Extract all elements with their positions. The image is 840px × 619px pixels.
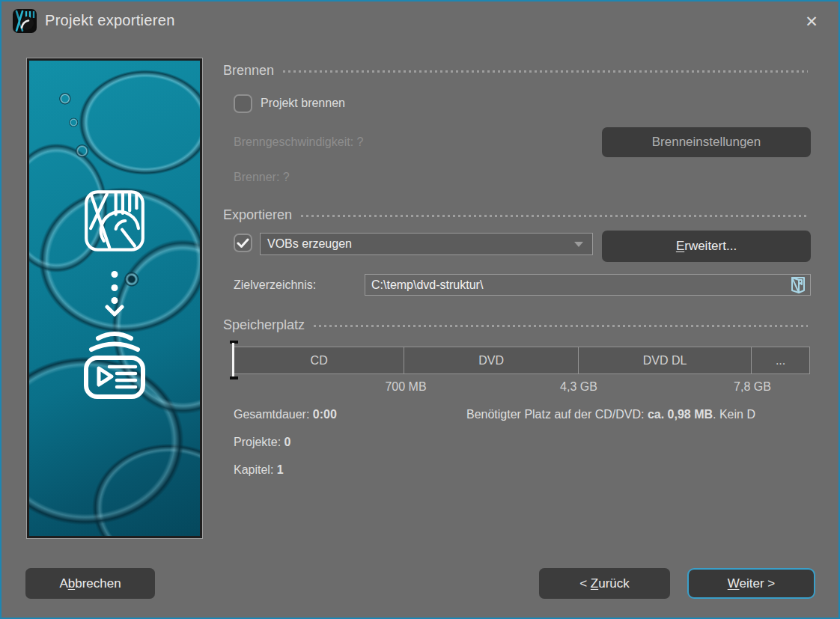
chevron-down-icon <box>105 305 124 317</box>
capacity-value-dvddl: 7,8 GB <box>734 380 771 394</box>
cancel-button[interactable]: Abbrechen <box>25 568 155 599</box>
total-duration-value: 0:00 <box>313 408 337 421</box>
app-logo-outline-icon <box>83 189 146 253</box>
section-title: Speicherplatz <box>223 317 305 333</box>
capacity-segment-cd: CD <box>234 347 404 373</box>
target-directory-field <box>365 274 811 296</box>
total-duration: Gesamtdauer: 0:00 <box>234 408 337 421</box>
burn-settings-button[interactable]: Brenneinstellungen <box>602 127 811 157</box>
capacity-segment-dvd: DVD <box>404 347 579 373</box>
projects-count: Projekte: 0 <box>234 436 291 449</box>
check-icon <box>237 238 249 248</box>
app-logo-icon <box>12 8 37 34</box>
capacity-value-dvd: 4,3 GB <box>560 380 597 394</box>
usage-position-marker <box>230 341 239 379</box>
dotted-separator <box>301 215 808 217</box>
close-icon[interactable]: ✕ <box>800 10 824 34</box>
chapters-count: Kapitel: 1 <box>234 463 284 477</box>
next-button[interactable]: Weiter > <box>687 568 815 599</box>
export-format-value: VOBs erzeugen <box>261 237 574 251</box>
target-directory-label: Zielverzeichnis: <box>234 278 316 292</box>
section-header-speicherplatz: Speicherplatz <box>223 317 808 333</box>
capacity-segment-more: ... <box>752 347 809 373</box>
export-project-dialog: Projekt exportieren ✕ <box>0 0 840 619</box>
project-preview-panel <box>26 58 203 539</box>
capacity-value-cd: 700 MB <box>385 380 426 394</box>
export-format-dropdown[interactable]: VOBs erzeugen <box>260 233 593 255</box>
flow-dot-icon <box>112 297 118 304</box>
required-space-value: ca. 0,98 MB <box>648 408 713 421</box>
target-directory-input[interactable] <box>365 275 789 295</box>
burn-project-checkbox[interactable] <box>234 94 252 113</box>
section-header-brennen: Brennen <box>223 62 808 79</box>
capacity-segment-dvddl: DVD DL <box>579 347 752 373</box>
section-title: Brennen <box>223 63 274 79</box>
burner-label: Brenner: ? <box>234 171 290 184</box>
advanced-button[interactable]: Erweitert... <box>602 231 811 262</box>
dialog-title: Projekt exportieren <box>45 12 175 29</box>
required-space: Benötigter Platz auf der CD/DVD: ca. 0,9… <box>466 408 755 421</box>
dropdown-arrow-icon <box>574 242 583 247</box>
dotted-separator <box>314 325 808 327</box>
chapters-count-value: 1 <box>277 463 284 476</box>
back-button[interactable]: < Zurück <box>539 568 670 599</box>
vobs-checkbox[interactable] <box>234 234 252 252</box>
titlebar: Projekt exportieren ✕ <box>1 1 839 43</box>
capacity-bar: CD DVD DVD DL ... <box>234 347 810 374</box>
projects-count-value: 0 <box>284 436 291 448</box>
flow-dot-icon <box>112 284 118 291</box>
burn-speed-label: Brenngeschwindigkeit: ? <box>234 135 363 149</box>
export-stack-icon <box>81 326 148 401</box>
section-title: Exportieren <box>223 207 292 223</box>
preview-bubble-image <box>29 61 200 536</box>
flow-dot-icon <box>112 271 118 278</box>
browse-folder-icon[interactable] <box>789 275 807 295</box>
section-header-exportieren: Exportieren <box>223 207 808 223</box>
dotted-separator <box>283 70 808 73</box>
burn-project-label: Projekt brennen <box>261 97 345 110</box>
